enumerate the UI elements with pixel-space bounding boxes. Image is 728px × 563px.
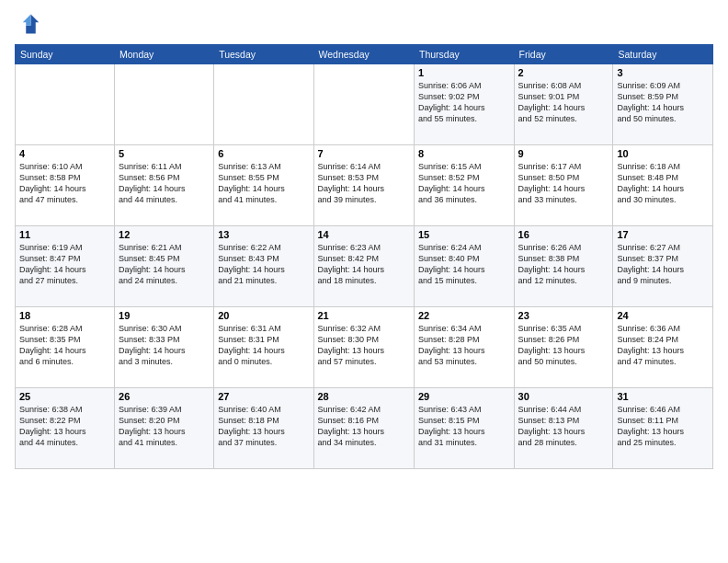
day-number: 30 (518, 391, 609, 402)
day-cell: 24Sunrise: 6:36 AMSunset: 8:24 PMDayligh… (613, 307, 713, 388)
logo (15, 11, 44, 37)
day-cell: 12Sunrise: 6:21 AMSunset: 8:45 PMDayligh… (115, 226, 214, 307)
day-info: Sunrise: 6:10 AMSunset: 8:58 PMDaylight:… (19, 161, 110, 206)
day-cell: 26Sunrise: 6:39 AMSunset: 8:20 PMDayligh… (115, 388, 214, 469)
svg-marker-1 (23, 15, 31, 26)
day-info: Sunrise: 6:09 AMSunset: 8:59 PMDaylight:… (617, 80, 709, 125)
day-cell: 11Sunrise: 6:19 AMSunset: 8:47 PMDayligh… (16, 226, 115, 307)
weekday-header-monday: Monday (115, 45, 214, 64)
day-cell: 14Sunrise: 6:23 AMSunset: 8:42 PMDayligh… (313, 226, 414, 307)
weekday-header-saturday: Saturday (613, 45, 713, 64)
day-info: Sunrise: 6:36 AMSunset: 8:24 PMDaylight:… (617, 323, 709, 368)
day-number: 16 (518, 229, 609, 240)
day-cell: 19Sunrise: 6:30 AMSunset: 8:33 PMDayligh… (115, 307, 214, 388)
day-info: Sunrise: 6:32 AMSunset: 8:30 PMDaylight:… (318, 323, 410, 368)
day-number: 31 (617, 391, 709, 402)
day-info: Sunrise: 6:31 AMSunset: 8:31 PMDaylight:… (218, 323, 309, 368)
day-cell: 17Sunrise: 6:27 AMSunset: 8:37 PMDayligh… (613, 226, 713, 307)
day-cell: 21Sunrise: 6:32 AMSunset: 8:30 PMDayligh… (313, 307, 414, 388)
day-info: Sunrise: 6:22 AMSunset: 8:43 PMDaylight:… (218, 242, 309, 287)
day-cell: 3Sunrise: 6:09 AMSunset: 8:59 PMDaylight… (613, 64, 713, 145)
day-number: 1 (418, 67, 510, 78)
day-number: 9 (518, 148, 609, 159)
day-number: 21 (318, 310, 410, 321)
weekday-header-thursday: Thursday (414, 45, 514, 64)
day-number: 4 (19, 148, 110, 159)
weekday-header-tuesday: Tuesday (214, 45, 313, 64)
day-number: 23 (518, 310, 609, 321)
day-cell: 9Sunrise: 6:17 AMSunset: 8:50 PMDaylight… (514, 145, 613, 226)
week-row-3: 11Sunrise: 6:19 AMSunset: 8:47 PMDayligh… (16, 226, 713, 307)
day-number: 10 (617, 148, 709, 159)
day-info: Sunrise: 6:34 AMSunset: 8:28 PMDaylight:… (418, 323, 510, 368)
day-cell: 18Sunrise: 6:28 AMSunset: 8:35 PMDayligh… (16, 307, 115, 388)
day-number: 14 (318, 229, 410, 240)
day-info: Sunrise: 6:11 AMSunset: 8:56 PMDaylight:… (119, 161, 210, 206)
day-info: Sunrise: 6:18 AMSunset: 8:48 PMDaylight:… (617, 161, 709, 206)
logo-icon (15, 11, 40, 37)
day-info: Sunrise: 6:43 AMSunset: 8:15 PMDaylight:… (418, 404, 510, 449)
day-cell (313, 64, 414, 145)
day-info: Sunrise: 6:23 AMSunset: 8:42 PMDaylight:… (318, 242, 410, 287)
day-number: 5 (119, 148, 210, 159)
day-number: 19 (119, 310, 210, 321)
day-number: 12 (119, 229, 210, 240)
day-info: Sunrise: 6:21 AMSunset: 8:45 PMDaylight:… (119, 242, 210, 287)
day-info: Sunrise: 6:46 AMSunset: 8:11 PMDaylight:… (617, 404, 709, 449)
day-cell (115, 64, 214, 145)
day-cell: 7Sunrise: 6:14 AMSunset: 8:53 PMDaylight… (313, 145, 414, 226)
day-number: 7 (318, 148, 410, 159)
day-number: 22 (418, 310, 510, 321)
day-info: Sunrise: 6:08 AMSunset: 9:01 PMDaylight:… (518, 80, 609, 125)
day-number: 25 (19, 391, 110, 402)
day-number: 17 (617, 229, 709, 240)
day-cell: 8Sunrise: 6:15 AMSunset: 8:52 PMDaylight… (414, 145, 514, 226)
day-number: 24 (617, 310, 709, 321)
weekday-header-friday: Friday (514, 45, 613, 64)
day-number: 15 (418, 229, 510, 240)
day-info: Sunrise: 6:39 AMSunset: 8:20 PMDaylight:… (119, 404, 210, 449)
day-cell: 6Sunrise: 6:13 AMSunset: 8:55 PMDaylight… (214, 145, 313, 226)
day-cell: 31Sunrise: 6:46 AMSunset: 8:11 PMDayligh… (613, 388, 713, 469)
day-cell: 2Sunrise: 6:08 AMSunset: 9:01 PMDaylight… (514, 64, 613, 145)
week-row-4: 18Sunrise: 6:28 AMSunset: 8:35 PMDayligh… (16, 307, 713, 388)
day-cell (16, 64, 115, 145)
day-number: 29 (418, 391, 510, 402)
week-row-1: 1Sunrise: 6:06 AMSunset: 9:02 PMDaylight… (16, 64, 713, 145)
day-cell: 5Sunrise: 6:11 AMSunset: 8:56 PMDaylight… (115, 145, 214, 226)
day-number: 20 (218, 310, 309, 321)
day-info: Sunrise: 6:26 AMSunset: 8:38 PMDaylight:… (518, 242, 609, 287)
day-cell: 16Sunrise: 6:26 AMSunset: 8:38 PMDayligh… (514, 226, 613, 307)
day-info: Sunrise: 6:42 AMSunset: 8:16 PMDaylight:… (318, 404, 410, 449)
day-cell: 25Sunrise: 6:38 AMSunset: 8:22 PMDayligh… (16, 388, 115, 469)
weekday-header-sunday: Sunday (16, 45, 115, 64)
day-info: Sunrise: 6:24 AMSunset: 8:40 PMDaylight:… (418, 242, 510, 287)
day-cell: 29Sunrise: 6:43 AMSunset: 8:15 PMDayligh… (414, 388, 514, 469)
day-cell: 28Sunrise: 6:42 AMSunset: 8:16 PMDayligh… (313, 388, 414, 469)
day-number: 3 (617, 67, 709, 78)
week-row-2: 4Sunrise: 6:10 AMSunset: 8:58 PMDaylight… (16, 145, 713, 226)
day-info: Sunrise: 6:06 AMSunset: 9:02 PMDaylight:… (418, 80, 510, 125)
day-info: Sunrise: 6:27 AMSunset: 8:37 PMDaylight:… (617, 242, 709, 287)
day-info: Sunrise: 6:28 AMSunset: 8:35 PMDaylight:… (19, 323, 110, 368)
day-info: Sunrise: 6:30 AMSunset: 8:33 PMDaylight:… (119, 323, 210, 368)
day-cell: 20Sunrise: 6:31 AMSunset: 8:31 PMDayligh… (214, 307, 313, 388)
day-number: 8 (418, 148, 510, 159)
day-info: Sunrise: 6:15 AMSunset: 8:52 PMDaylight:… (418, 161, 510, 206)
day-cell: 10Sunrise: 6:18 AMSunset: 8:48 PMDayligh… (613, 145, 713, 226)
day-info: Sunrise: 6:40 AMSunset: 8:18 PMDaylight:… (218, 404, 309, 449)
day-info: Sunrise: 6:13 AMSunset: 8:55 PMDaylight:… (218, 161, 309, 206)
day-cell (214, 64, 313, 145)
day-cell: 4Sunrise: 6:10 AMSunset: 8:58 PMDaylight… (16, 145, 115, 226)
day-cell: 15Sunrise: 6:24 AMSunset: 8:40 PMDayligh… (414, 226, 514, 307)
weekday-header-row: SundayMondayTuesdayWednesdayThursdayFrid… (16, 45, 713, 64)
day-info: Sunrise: 6:19 AMSunset: 8:47 PMDaylight:… (19, 242, 110, 287)
day-number: 6 (218, 148, 309, 159)
day-number: 11 (19, 229, 110, 240)
header (15, 11, 713, 37)
day-info: Sunrise: 6:35 AMSunset: 8:26 PMDaylight:… (518, 323, 609, 368)
day-number: 26 (119, 391, 210, 402)
day-info: Sunrise: 6:44 AMSunset: 8:13 PMDaylight:… (518, 404, 609, 449)
day-cell: 13Sunrise: 6:22 AMSunset: 8:43 PMDayligh… (214, 226, 313, 307)
day-cell: 22Sunrise: 6:34 AMSunset: 8:28 PMDayligh… (414, 307, 514, 388)
